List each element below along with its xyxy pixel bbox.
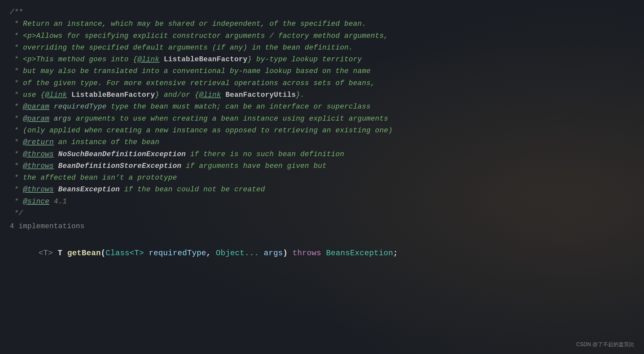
implementations-label: 4 implementations — [10, 221, 634, 232]
code-block: /** * Return an instance, which may be s… — [10, 7, 634, 273]
return-type: T — [53, 249, 67, 258]
type-param: <T> — [38, 249, 53, 258]
throws-keyword: throws — [288, 249, 326, 258]
comment-close: */ — [10, 208, 634, 219]
code-line-5: * but may also be translated into a conv… — [10, 66, 634, 77]
code-line-7: * use {@link ListableBeanFactory} and/or… — [10, 89, 634, 101]
code-line-2: * <p>Allows for specifying explicit cons… — [10, 30, 634, 42]
method-signature: <T> T getBean(Class<T> requiredType, Obj… — [10, 234, 634, 273]
code-line-9: * @param args arguments to use when crea… — [10, 113, 634, 125]
param2-name: args — [259, 249, 283, 258]
param1-type: Class<T> — [106, 249, 144, 258]
comment-open: /** — [10, 7, 634, 18]
code-line-11: * @return an instance of the bean — [10, 137, 634, 148]
code-line-13: * @throws BeanDefinitionStoreException i… — [10, 160, 634, 172]
paren-close: ) — [283, 249, 288, 258]
param2-type: Object... — [216, 249, 259, 258]
code-line-4: * <p>This method goes into {@link Listab… — [10, 54, 634, 66]
code-container: /** * Return an instance, which may be s… — [0, 0, 644, 354]
code-line-6: * of the given type. For more extensive … — [10, 78, 634, 89]
watermark: CSDN @了不起的盖茨比 — [576, 341, 634, 348]
semicolon: ; — [393, 249, 398, 258]
code-line-1: * Return an instance, which may be share… — [10, 18, 634, 30]
sep1: , — [206, 249, 216, 258]
code-line-8: * @param requiredType type the bean must… — [10, 101, 634, 113]
code-line-10: * (only applied when creating a new inst… — [10, 125, 634, 137]
code-line-15: * @throws BeansException if the bean cou… — [10, 184, 634, 196]
method-name: getBean — [67, 249, 101, 258]
paren-open: ( — [101, 249, 106, 258]
code-line-14: * the affected bean isn’t a prototype — [10, 172, 634, 184]
code-line-12: * @throws NoSuchBeanDefinitionException … — [10, 149, 634, 160]
exception-type: BeansException — [326, 249, 393, 258]
code-line-16: * @since 4.1 — [10, 196, 634, 208]
param1-name: requiredType — [144, 249, 206, 258]
code-line-3: * overriding the specified default argum… — [10, 42, 634, 54]
